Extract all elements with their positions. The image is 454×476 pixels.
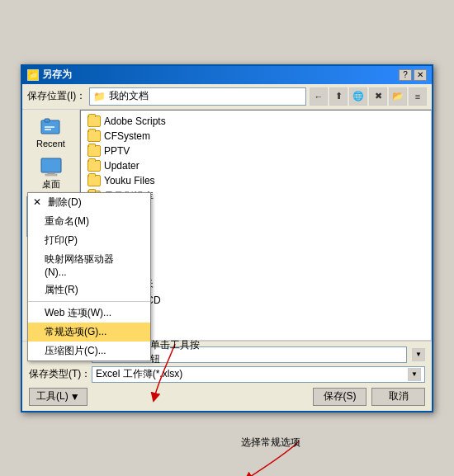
list-item[interactable]: PPTV	[84, 144, 428, 158]
save-button[interactable]: 保存(S)	[313, 388, 367, 406]
list-item[interactable]: Adobe Scripts	[84, 114, 428, 129]
tools-arrow-icon: ▼	[70, 391, 80, 403]
filetype-combo[interactable]: Excel 工作簿(*.xlsx) ▼	[92, 366, 425, 383]
menu-item-web-options[interactable]: Web 连项(W)...	[28, 304, 150, 323]
up-button[interactable]: ⬆	[329, 87, 348, 106]
new-folder-button[interactable]: 📂	[389, 87, 407, 106]
window-title: 另存为	[42, 68, 72, 82]
filetype-dropdown-arrow[interactable]: ▼	[408, 368, 421, 381]
list-item[interactable]: Updater	[84, 158, 428, 173]
properties-label: 属性(R)	[45, 283, 78, 297]
file-name: Adobe Scripts	[104, 115, 166, 127]
filename-dropdown-btn[interactable]: ▼	[412, 348, 425, 361]
tools-button[interactable]: 工具(L) ▼	[29, 388, 87, 406]
folder-icon	[87, 115, 101, 127]
toolbar-buttons: ← ⬆ 🌐 ✖ 📂 ≡	[310, 87, 427, 106]
annotation-note2: 选择常规选项	[241, 436, 300, 450]
print-label: 打印(P)	[45, 233, 78, 247]
filetype-value: Excel 工作簿(*.xlsx)	[96, 367, 182, 381]
tools-label: 工具(L)	[36, 389, 69, 403]
compress-label: 压缩图片(C)...	[45, 344, 106, 358]
cancel-button[interactable]: 取消	[371, 388, 425, 406]
window-icon: 📁	[27, 69, 39, 81]
list-item[interactable]: CFSystem	[84, 129, 428, 144]
save-label: 保存(S)	[324, 389, 357, 403]
tools-dropdown-menu: ✕ 删除(D) 重命名(M) 打印(P) 映射网络驱动器(N)... 属性(R)…	[27, 192, 151, 361]
file-name: Updater	[104, 160, 140, 172]
folder-icon	[87, 175, 101, 186]
sidebar-label-recent: Recent	[36, 139, 65, 148]
filetype-label: 保存类型(T)：	[29, 367, 87, 381]
filetype-row: 保存类型(T)： Excel 工作簿(*.xlsx) ▼	[29, 366, 425, 383]
menu-item-rename[interactable]: 重命名(M)	[28, 212, 150, 231]
title-bar-left: 📁 另存为	[27, 68, 72, 82]
button-row: 工具(L) ▼ 保存(S) 取消	[29, 388, 425, 406]
location-combo[interactable]: 📁 我的文档	[89, 87, 306, 106]
general-options-label: 常规选项(G)...	[45, 325, 106, 339]
menu-item-print[interactable]: 打印(P)	[28, 231, 150, 250]
views-button[interactable]: ≡	[409, 87, 427, 106]
file-name: PPTV	[104, 145, 130, 157]
file-name: Youku Files	[104, 175, 155, 186]
menu-item-general-options[interactable]: 常规选项(G)...	[28, 323, 150, 342]
rename-label: 重命名(M)	[45, 214, 89, 229]
toolbar-row: 保存位置(I)： 📁 我的文档 ← ⬆ 🌐 ✖ 📂 ≡	[22, 84, 432, 110]
menu-item-properties[interactable]: 属性(R)	[28, 280, 150, 299]
map-drive-label: 映射网络驱动器(N)...	[45, 252, 134, 278]
help-button[interactable]: ?	[399, 69, 412, 81]
folder-icon	[87, 160, 101, 172]
search-web-button[interactable]: 🌐	[349, 87, 367, 106]
save-location-label: 保存位置(I)：	[27, 89, 86, 103]
menu-item-compress[interactable]: 压缩图片(C)...	[28, 342, 150, 361]
folder-icon: 📁	[93, 91, 106, 102]
folder-icon	[87, 130, 101, 142]
file-name: CFSystem	[104, 130, 150, 142]
recent-icon	[40, 117, 63, 137]
sidebar-item-desktop[interactable]: 桌面	[26, 154, 76, 193]
delete-icon: ✕	[31, 196, 43, 208]
svg-rect-2	[41, 158, 61, 172]
menu-item-delete-label: 删除(D)	[48, 196, 82, 210]
menu-item-delete[interactable]: ✕ 删除(D)	[28, 193, 150, 212]
sidebar-label-desktop: 桌面	[42, 178, 60, 191]
current-folder-text: 我的文档	[109, 89, 149, 103]
svg-rect-3	[48, 172, 54, 174]
title-bar: 📁 另存为 ? ✕	[22, 66, 432, 84]
title-buttons: ? ✕	[399, 69, 427, 81]
menu-separator	[28, 301, 150, 302]
desktop-icon	[40, 157, 63, 177]
back-button[interactable]: ←	[310, 87, 328, 106]
annotation-2: 选择常规选项	[241, 436, 307, 477]
menu-item-map-drive[interactable]: 映射网络驱动器(N)...	[28, 250, 150, 280]
annotation-arrow2	[241, 437, 307, 477]
web-options-label: Web 连项(W)...	[45, 306, 111, 320]
svg-rect-1	[45, 119, 50, 122]
save-as-dialog: 📁 另存为 ? ✕ 保存位置(I)： 📁 我的文档 ← ⬆ 🌐 ✖ 📂 ≡	[21, 64, 433, 412]
list-item[interactable]: Youku Files	[84, 173, 428, 188]
close-button[interactable]: ✕	[414, 69, 427, 81]
folder-icon	[87, 145, 101, 157]
delete-button[interactable]: ✖	[369, 87, 387, 106]
svg-rect-4	[45, 174, 57, 176]
sidebar-item-recent[interactable]: Recent	[26, 115, 76, 151]
cancel-label: 取消	[389, 389, 409, 403]
